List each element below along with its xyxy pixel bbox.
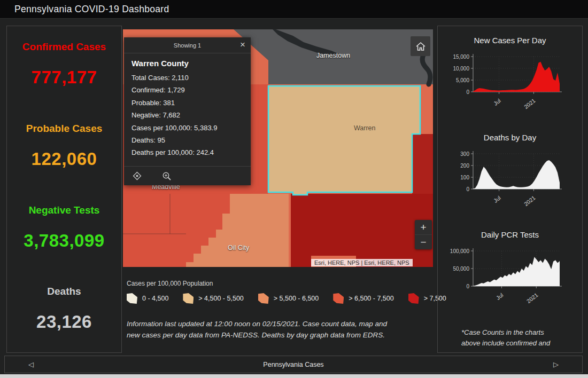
map-label-jamestown: Jamestown: [316, 52, 350, 59]
chart-title: Deaths by Day: [438, 133, 582, 142]
chart-daily-pcr-tests: Daily PCR Tests 050,000100,000Jul2021: [438, 230, 582, 327]
chart-title: New Cases Per Day: [438, 36, 582, 45]
legend-item: > 5,500 - 6,500: [258, 293, 319, 304]
map-legend: Cases per 100,000 Population 0 - 4,500 >…: [127, 280, 434, 304]
svg-text:Jul: Jul: [492, 194, 502, 204]
svg-text:0: 0: [466, 89, 469, 95]
map-attribution: Esri, HERE, NPS | Esri, HERE, NPS: [311, 259, 413, 266]
legend-item: > 6,500 - 7,500: [333, 293, 393, 304]
last-updated-line1: Information last updated at 12:00 noon o…: [127, 319, 387, 330]
legend-label: > 5,500 - 6,500: [274, 295, 319, 302]
stat-value: 23,126: [36, 312, 92, 332]
stat-deaths: Deaths 23,126: [7, 271, 121, 352]
popup-confirmed: Confirmed: 1,729: [131, 84, 243, 96]
svg-text:Jul: Jul: [492, 97, 502, 107]
last-updated-line2: new cases per day data from PA-NEDSS. De…: [127, 330, 387, 341]
popup-deaths: Deaths: 95: [131, 134, 243, 146]
legend-items: 0 - 4,500 > 4,500 - 5,500 > 5,500 - 6,50…: [127, 293, 434, 304]
svg-text:10,000: 10,000: [453, 66, 469, 72]
svg-text:0: 0: [466, 284, 469, 289]
title-bar: Pennsylvania COVID-19 Dashboard: [0, 0, 588, 19]
last-updated-note: Information last updated at 12:00 noon o…: [127, 319, 387, 341]
charts-footnote-line2: above include confirmed and: [461, 338, 582, 349]
chart-area-pcr-tests[interactable]: 050,000100,000Jul2021: [443, 243, 577, 310]
legend-label: 0 - 4,500: [142, 295, 168, 302]
legend-swatch: [183, 293, 194, 304]
map-zoom-control: + −: [415, 220, 432, 249]
page-title: Pennsylvania COVID-19 Dashboard: [14, 4, 169, 15]
svg-text:2021: 2021: [523, 194, 537, 207]
dashboard: Pennsylvania COVID-19 Dashboard Confirme…: [0, 0, 588, 378]
svg-text:2021: 2021: [523, 97, 537, 110]
legend-item: 0 - 4,500: [127, 293, 168, 304]
magnifier-plus-icon[interactable]: [162, 171, 172, 181]
legend-swatch: [333, 293, 344, 304]
svg-text:50,000: 50,000: [453, 266, 469, 272]
svg-text:Jul: Jul: [495, 292, 505, 301]
window-bottom-strip: [0, 374, 588, 378]
home-extent-button[interactable]: [411, 36, 430, 56]
stat-value: 122,060: [32, 149, 97, 169]
feature-popup: Showing 1 × Warren County Total Cases: 2…: [124, 37, 251, 185]
charts-footnote: *Case Counts in the charts above include…: [438, 327, 582, 349]
stat-value: 777,177: [32, 67, 97, 88]
legend-swatch: [408, 293, 419, 304]
zoom-out-button[interactable]: −: [415, 234, 432, 249]
home-icon: [415, 41, 427, 52]
bottom-tab-label: Pennsylvania Cases: [5, 361, 582, 368]
legend-label: > 4,500 - 5,500: [198, 295, 243, 302]
svg-text:100,000: 100,000: [450, 248, 470, 254]
charts-panel: New Cases Per Day 05,00010,00015,000Jul2…: [437, 26, 583, 353]
stats-panel: Confirmed Cases 777,177 Probable Cases 1…: [6, 26, 122, 353]
legend-item: > 4,500 - 5,500: [183, 293, 243, 304]
chart-area-deaths[interactable]: 0100200300Jul2021: [443, 146, 577, 212]
east-county-shape[interactable]: [412, 134, 433, 194]
chart-area-new-cases[interactable]: 05,00010,00015,000Jul2021: [443, 49, 577, 115]
chart-deaths-by-day: Deaths by Day 0100200300Jul2021: [438, 133, 582, 230]
popup-county-title: Warren County: [131, 59, 243, 68]
legend-swatch: [258, 293, 269, 304]
stat-label: Confirmed Cases: [22, 41, 106, 53]
popup-footer: [124, 166, 251, 185]
charts-footnote-line1: *Case Counts in the charts: [461, 327, 582, 338]
chart-new-cases-per-day: New Cases Per Day 05,00010,00015,000Jul2…: [438, 36, 582, 133]
popup-showing-count: Showing 1: [174, 42, 201, 49]
stat-label: Probable Cases: [26, 123, 103, 135]
stat-probable-cases: Probable Cases 122,060: [7, 108, 121, 190]
popup-cases-per-100k: Cases per 100,000: 5,383.9: [131, 122, 243, 134]
choropleth-map[interactable]: Jamestown Warren Meadville Oil City + − …: [123, 29, 433, 267]
stat-label: Negative Tests: [29, 204, 100, 216]
stat-confirmed-cases: Confirmed Cases 777,177: [7, 26, 121, 108]
map-label-oil-city: Oil City: [228, 244, 249, 251]
map-label-warren: Warren: [354, 124, 376, 132]
svg-text:200: 200: [460, 163, 469, 169]
svg-text:2021: 2021: [525, 292, 539, 304]
svg-text:300: 300: [460, 151, 469, 157]
stat-negative-tests: Negative Tests 3,783,099: [7, 190, 121, 271]
svg-text:5,000: 5,000: [456, 77, 469, 83]
stat-value: 3,783,099: [24, 231, 104, 251]
svg-text:15,000: 15,000: [453, 54, 469, 60]
zoom-in-button[interactable]: +: [415, 220, 432, 234]
popup-probable: Probable: 381: [131, 97, 243, 109]
legend-swatch: [127, 293, 137, 304]
popup-total-cases: Total Cases: 2,110: [131, 72, 243, 84]
warren-county-shape-selected[interactable]: [268, 86, 420, 195]
popup-body: Warren County Total Cases: 2,110 Confirm…: [124, 53, 251, 159]
chart-title: Daily PCR Tests: [438, 230, 582, 239]
close-icon[interactable]: ×: [240, 39, 245, 51]
legend-title: Cases per 100,000 Population: [127, 280, 434, 287]
bottom-tab-bar: Pennsylvania Cases ◁ ▷: [4, 356, 583, 373]
popup-deaths-per-100k: Deaths per 100,000: 242.4: [131, 146, 243, 159]
zoom-to-feature-icon[interactable]: [133, 171, 142, 180]
stat-label: Deaths: [47, 286, 81, 297]
legend-label: > 6,500 - 7,500: [349, 295, 393, 302]
svg-text:100: 100: [460, 175, 469, 180]
popup-header: Showing 1 ×: [124, 37, 251, 53]
svg-text:0: 0: [466, 186, 469, 192]
popup-negative: Negative: 7,682: [131, 109, 243, 121]
